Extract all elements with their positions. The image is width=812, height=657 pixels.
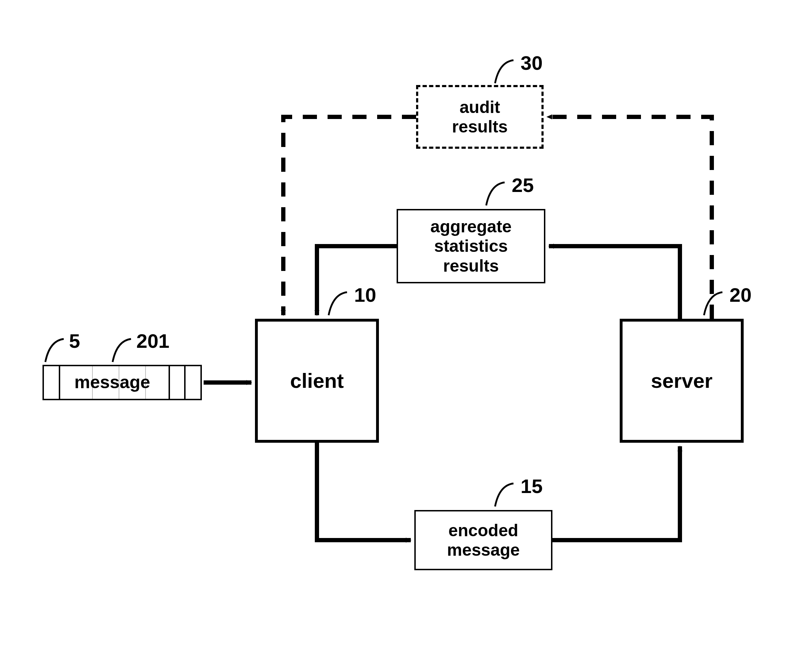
ref-15: 15: [521, 475, 543, 498]
server-node: server: [620, 319, 744, 443]
ref-201: 201: [136, 329, 169, 352]
leader-10: [322, 290, 354, 319]
audit-results-label: audit results: [452, 97, 507, 136]
ref-5: 5: [69, 329, 80, 352]
ref-25: 25: [512, 174, 534, 196]
aggregate-results-label: aggregate statistics results: [430, 217, 511, 276]
leader-25: [480, 181, 512, 209]
server-label: server: [651, 369, 712, 393]
leader-30: [489, 58, 521, 87]
ref-20: 20: [730, 283, 751, 307]
ref-10: 10: [354, 283, 376, 307]
message-divider: [119, 366, 119, 399]
message-divider: [92, 366, 93, 399]
client-node: client: [255, 319, 379, 443]
leader-20: [698, 290, 730, 319]
encoded-message-node: encoded message: [414, 510, 552, 570]
message-divider: [145, 366, 146, 399]
aggregate-results-node: aggregate statistics results: [397, 209, 545, 283]
leader-5: [39, 337, 71, 366]
message-segment: [59, 365, 170, 400]
message-segment: [168, 365, 185, 400]
encoded-message-label: encoded message: [447, 521, 520, 560]
client-label: client: [290, 369, 344, 393]
leader-201: [106, 337, 138, 366]
leader-15: [489, 482, 521, 510]
message-segment: [42, 365, 60, 400]
message-segment: [184, 365, 202, 400]
diagram-canvas: message 5 201 client 10 server 20 encode…: [0, 0, 812, 657]
ref-30: 30: [521, 51, 543, 75]
audit-results-node: audit results: [416, 85, 544, 149]
